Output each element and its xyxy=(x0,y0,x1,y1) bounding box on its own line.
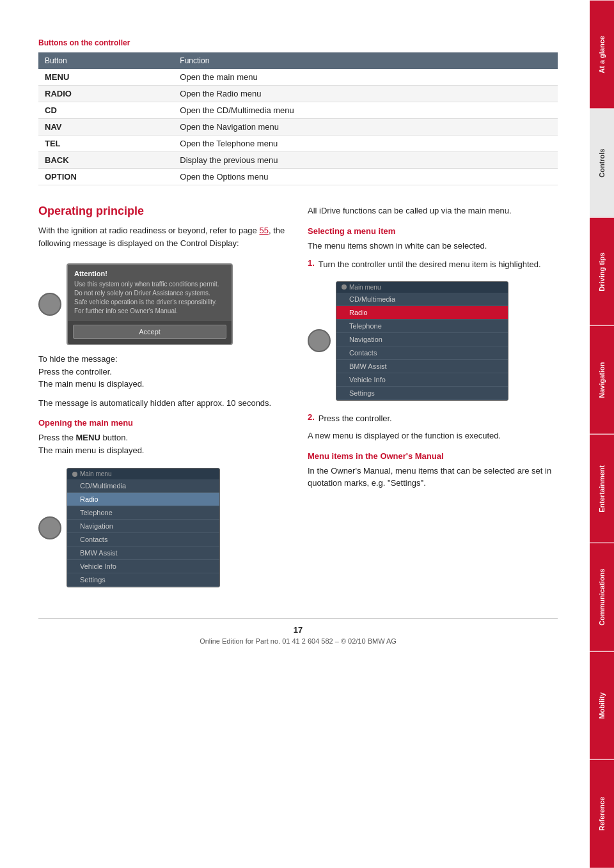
hide-instructions: To hide the message: Press the controlle… xyxy=(38,353,288,391)
menu-bold: MENU xyxy=(76,433,100,442)
table-row: BACKDisplay the previous menu xyxy=(38,152,558,169)
sidebar: At a glance Controls Driving tips Naviga… xyxy=(590,0,614,868)
menu-item: Contacts xyxy=(67,533,219,546)
menu-item: Radio xyxy=(67,493,219,506)
menu-item: CD/Multimedia xyxy=(336,293,508,306)
selecting-intro: The menu items shown in white can be sel… xyxy=(308,240,558,252)
owners-manual-text: In the Owner's Manual, menu items that c… xyxy=(308,465,558,490)
table-row: NAVOpen the Navigation menu xyxy=(38,119,558,136)
sidebar-tab-navigation[interactable]: Navigation xyxy=(590,325,614,434)
menu-icon-dot-right xyxy=(342,284,347,290)
step-2-text: Press the controller. xyxy=(319,412,392,425)
sidebar-tab-at-a-glance[interactable]: At a glance xyxy=(590,0,614,109)
page-ref[interactable]: 55 xyxy=(259,226,268,235)
warning-content: Attention! Use this system only when tra… xyxy=(68,265,232,321)
menu-item: Settings xyxy=(67,573,219,587)
opening-main-menu-title: Opening the main menu xyxy=(38,418,288,428)
step-2: 2. Press the controller. xyxy=(308,412,558,425)
press-text: Press the xyxy=(38,433,76,442)
function-cell: Open the main menu xyxy=(173,69,558,86)
menu-item: Settings xyxy=(336,387,508,400)
function-cell: Open the Options menu xyxy=(173,169,558,185)
new-menu-text: A new menu is displayed or the function … xyxy=(308,430,558,442)
table-row: MENUOpen the main menu xyxy=(38,69,558,86)
intro-text: With the ignition at radio readiness or … xyxy=(38,226,259,235)
selecting-menu-item-title: Selecting a menu item xyxy=(308,226,558,236)
page-number: 17 xyxy=(38,625,558,635)
menu-item: BMW Assist xyxy=(336,360,508,373)
function-cell: Open the Telephone menu xyxy=(173,136,558,152)
buttons-section-title: Buttons on the controller xyxy=(38,38,558,47)
hide-line3: The main menu is displayed. xyxy=(38,379,144,389)
menu-screen-title-left: Main menu xyxy=(67,469,219,479)
function-cell: Open the CD/Multimedia menu xyxy=(173,102,558,119)
table-row: TELOpen the Telephone menu xyxy=(38,136,558,152)
menu-item: Radio xyxy=(336,306,508,320)
main-menu-screen-right-container: Main menu CD/MultimediaRadioTelephoneNav… xyxy=(308,276,558,406)
step-1-number: 1. xyxy=(308,258,315,271)
page-footer: 17 Online Edition for Part no. 01 41 2 6… xyxy=(38,618,558,645)
left-menu-items: CD/MultimediaRadioTelephoneNavigationCon… xyxy=(67,479,219,587)
sidebar-tab-driving-tips[interactable]: Driving tips xyxy=(590,217,614,326)
button-cell: BACK xyxy=(38,152,173,169)
table-header-button: Button xyxy=(38,52,173,69)
menu-item: Telephone xyxy=(336,320,508,333)
menu-item: Telephone xyxy=(67,506,219,520)
sidebar-tab-controls[interactable]: Controls xyxy=(590,109,614,217)
menu-item: CD/Multimedia xyxy=(67,479,219,493)
warning-screen: Attention! Use this system only when tra… xyxy=(67,263,233,345)
step-1-text: Turn the controller until the desired me… xyxy=(319,258,541,271)
button-cell: MENU xyxy=(38,69,173,86)
menu-item: BMW Assist xyxy=(67,546,219,560)
menu-screen-title-right: Main menu xyxy=(336,282,508,293)
main-menu-displayed-text: The main menu is displayed. xyxy=(38,446,144,455)
function-cell: Open the Radio menu xyxy=(173,86,558,102)
sidebar-tab-reference[interactable]: Reference xyxy=(590,759,614,868)
main-menu-screen-left: Main menu CD/MultimediaRadioTelephoneNav… xyxy=(67,468,220,587)
hide-line2: Press the controller. xyxy=(38,367,112,376)
menu-item: Vehicle Info xyxy=(336,373,508,387)
step-1: 1. Turn the controller until the desired… xyxy=(308,258,558,271)
right-column: All iDrive functions can be called up vi… xyxy=(308,205,558,593)
button-cell: NAV xyxy=(38,119,173,136)
main-content: Buttons on the controller Button Functio… xyxy=(0,0,590,683)
menu-title-right: Main menu xyxy=(349,284,381,291)
table-row: OPTIONOpen the Options menu xyxy=(38,169,558,185)
button-cell: CD xyxy=(38,102,173,119)
footer-text: Online Edition for Part no. 01 41 2 604 … xyxy=(38,637,558,645)
hide-line1: To hide the message: xyxy=(38,354,118,364)
sidebar-tab-communications[interactable]: Communications xyxy=(590,543,614,651)
buttons-table: Button Function MENUOpen the main menuRA… xyxy=(38,52,558,185)
step-2-number: 2. xyxy=(308,412,315,425)
accept-button[interactable]: Accept xyxy=(73,325,226,339)
controller-knob-right xyxy=(308,329,331,352)
left-column: Operating principle With the ignition at… xyxy=(38,205,288,593)
table-row: RADIOOpen the Radio menu xyxy=(38,86,558,102)
menu-item: Navigation xyxy=(336,333,508,346)
menu-item: Navigation xyxy=(67,520,219,533)
function-cell: Display the previous menu xyxy=(173,152,558,169)
menu-title-left: Main menu xyxy=(80,470,111,477)
intro-paragraph: With the ignition at radio readiness or … xyxy=(38,224,288,249)
main-menu-screen-left-container: Main menu CD/MultimediaRadioTelephoneNav… xyxy=(38,463,288,593)
operating-principle-heading: Operating principle xyxy=(38,205,288,218)
function-cell: Open the Navigation menu xyxy=(173,119,558,136)
button-cell: OPTION xyxy=(38,169,173,185)
opening-main-menu-text: Press the MENU button. The main menu is … xyxy=(38,431,288,456)
owners-manual-title: Menu items in the Owner's Manual xyxy=(308,451,558,461)
right-menu-items: CD/MultimediaRadioTelephoneNavigationCon… xyxy=(336,293,508,400)
warning-title: Attention! xyxy=(74,270,225,277)
menu-item: Contacts xyxy=(336,346,508,360)
auto-hidden-text: The message is automatically hidden afte… xyxy=(38,397,288,410)
two-column-layout: Operating principle With the ignition at… xyxy=(38,205,558,593)
sidebar-tab-mobility[interactable]: Mobility xyxy=(590,651,614,760)
warning-body: Use this system only when traffic condit… xyxy=(74,280,225,316)
button-text: button. xyxy=(100,433,128,442)
menu-item: Vehicle Info xyxy=(67,560,219,573)
warning-screen-container: Attention! Use this system only when tra… xyxy=(38,256,288,353)
button-cell: RADIO xyxy=(38,86,173,102)
main-menu-screen-right: Main menu CD/MultimediaRadioTelephoneNav… xyxy=(336,281,508,401)
controller-knob-left2 xyxy=(38,516,61,539)
all-idrive-text: All iDrive functions can be called up vi… xyxy=(308,205,558,217)
sidebar-tab-entertainment[interactable]: Entertainment xyxy=(590,434,614,543)
